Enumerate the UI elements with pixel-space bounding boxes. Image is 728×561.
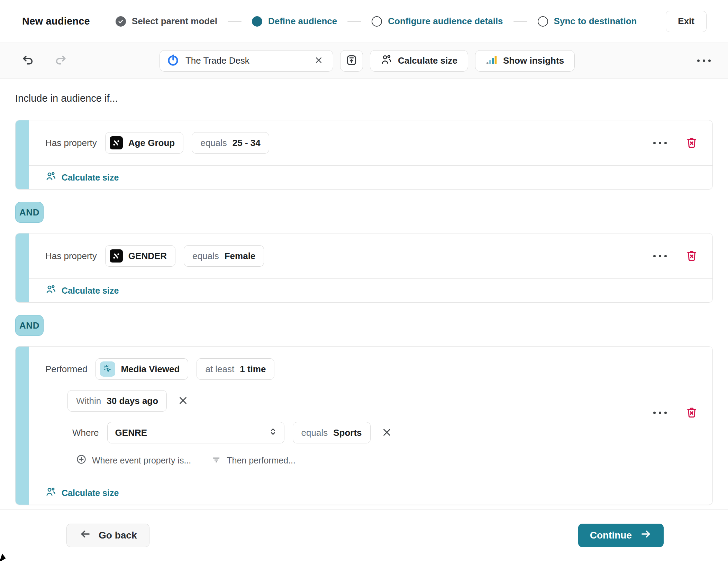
- users-icon: [381, 54, 392, 68]
- event-chip-media-viewed[interactable]: Media Viewed: [95, 358, 188, 380]
- clause-type-label: Has property: [45, 138, 97, 148]
- step-select-parent-model[interactable]: Select parent model: [116, 16, 217, 27]
- insights-bars-icon: [486, 54, 498, 68]
- calculate-size-label: Calculate size: [398, 55, 457, 66]
- step-separator: [513, 21, 527, 22]
- arrow-right-icon: [639, 528, 652, 543]
- step-label: Sync to destination: [554, 16, 637, 27]
- step-empty-circle-icon: [372, 16, 382, 27]
- users-icon: [45, 284, 56, 297]
- show-insights-label: Show insights: [503, 55, 564, 66]
- condition-accent-bar: [16, 347, 29, 505]
- go-back-button[interactable]: Go back: [66, 524, 149, 547]
- overflow-menu-button[interactable]: [694, 56, 714, 65]
- remove-where-filter-button[interactable]: [379, 424, 395, 441]
- step-completed-check-icon: [116, 16, 126, 27]
- time-window-operator: Within: [76, 396, 101, 406]
- property-chip-gender[interactable]: GENDER: [105, 245, 175, 267]
- calculate-size-link[interactable]: Calculate size: [45, 486, 119, 499]
- wizard-stepper: Select parent model Define audience Conf…: [116, 16, 654, 27]
- step-separator: [228, 21, 242, 22]
- app-header: New audience Select parent model Define …: [0, 0, 728, 43]
- where-operator: equals: [301, 427, 328, 438]
- trash-icon: [685, 406, 698, 420]
- operator-label: equals: [192, 251, 219, 261]
- clause-type-label: Has property: [45, 251, 97, 261]
- model-source-icon: [110, 249, 123, 263]
- time-window-value: 30 days ago: [107, 396, 158, 406]
- continue-label: Continue: [590, 530, 632, 541]
- exit-button[interactable]: Exit: [666, 11, 707, 32]
- calculate-size-button[interactable]: Calculate size: [370, 50, 468, 72]
- and-operator-chip[interactable]: AND: [15, 202, 44, 223]
- push-to-destination-button[interactable]: [340, 50, 363, 72]
- delete-condition-button[interactable]: [684, 405, 699, 421]
- step-define-audience[interactable]: Define audience: [252, 16, 337, 27]
- operator-chip[interactable]: equals Female: [184, 245, 264, 267]
- add-event-property-filter-button[interactable]: Where event property is...: [76, 454, 191, 467]
- funnel-lines-icon: [211, 454, 221, 467]
- remove-time-window-button[interactable]: [175, 393, 191, 410]
- frequency-value: 1 time: [240, 364, 266, 375]
- condition-menu-button[interactable]: [650, 138, 670, 148]
- audience-builder-screen: New audience Select parent model Define …: [0, 0, 728, 561]
- frequency-operator: at least: [205, 364, 234, 375]
- where-operator-chip[interactable]: equals Sports: [293, 422, 371, 443]
- event-click-icon: [100, 361, 115, 377]
- step-label: Select parent model: [132, 16, 217, 27]
- condition-menu-button[interactable]: [650, 251, 670, 261]
- delete-condition-button[interactable]: [684, 135, 699, 151]
- calculate-size-link[interactable]: Calculate size: [45, 171, 119, 184]
- property-chip-age-group[interactable]: Age Group: [105, 132, 183, 154]
- trash-icon: [685, 136, 698, 150]
- close-icon: [313, 55, 324, 66]
- then-performed-label: Then performed...: [227, 456, 295, 466]
- redo-button[interactable]: [53, 52, 69, 69]
- destination-name: The Trade Desk: [185, 55, 305, 66]
- go-back-label: Go back: [99, 530, 137, 541]
- condition-menu-button[interactable]: [650, 408, 670, 417]
- then-performed-button[interactable]: Then performed...: [211, 454, 295, 467]
- clause-type-label: Performed: [45, 364, 87, 375]
- calculate-size-label: Calculate size: [62, 286, 119, 296]
- frequency-chip[interactable]: at least 1 time: [197, 358, 274, 380]
- undo-icon: [21, 54, 35, 68]
- users-icon: [45, 486, 56, 499]
- continue-button[interactable]: Continue: [578, 524, 664, 547]
- undo-button[interactable]: [20, 52, 36, 69]
- destination-controls: The Trade Desk Calculate size: [160, 50, 575, 72]
- close-icon: [381, 426, 393, 439]
- trash-icon: [685, 249, 698, 263]
- users-icon: [45, 171, 56, 184]
- where-label: Where: [72, 427, 99, 438]
- delete-condition-button[interactable]: [684, 248, 699, 264]
- toolbar-right: [575, 56, 714, 65]
- destination-combobox[interactable]: The Trade Desk: [160, 50, 333, 72]
- step-separator: [347, 21, 361, 22]
- operator-label: equals: [200, 138, 227, 148]
- redo-icon: [54, 54, 67, 68]
- plus-circle-icon: [76, 454, 87, 467]
- calculate-size-label: Calculate size: [62, 488, 119, 498]
- selected-property: GENRE: [115, 427, 147, 438]
- editor-toolbar: The Trade Desk Calculate size: [0, 43, 728, 79]
- operator-chip[interactable]: equals 25 - 34: [192, 132, 269, 154]
- calculate-size-label: Calculate size: [62, 173, 119, 183]
- step-active-dot-icon: [252, 16, 262, 27]
- event-name: Media Viewed: [121, 364, 180, 375]
- condition-card-media-viewed: Performed Media Viewed at least 1 time: [15, 346, 713, 505]
- and-operator-chip[interactable]: AND: [15, 315, 44, 336]
- step-empty-circle-icon: [538, 16, 548, 27]
- operator-value: Female: [225, 251, 256, 261]
- where-value: Sports: [333, 427, 362, 438]
- show-insights-button[interactable]: Show insights: [475, 50, 575, 72]
- chevron-up-down-icon: [267, 426, 279, 440]
- event-property-select[interactable]: GENRE: [107, 422, 284, 443]
- time-window-chip[interactable]: Within 30 days ago: [67, 390, 167, 412]
- step-configure-audience-details[interactable]: Configure audience details: [372, 16, 503, 27]
- operator-value: 25 - 34: [233, 138, 261, 148]
- calculate-size-link[interactable]: Calculate size: [45, 284, 119, 297]
- step-sync-to-destination[interactable]: Sync to destination: [538, 16, 637, 27]
- clear-destination-button[interactable]: [311, 53, 326, 68]
- property-name: Age Group: [128, 138, 175, 148]
